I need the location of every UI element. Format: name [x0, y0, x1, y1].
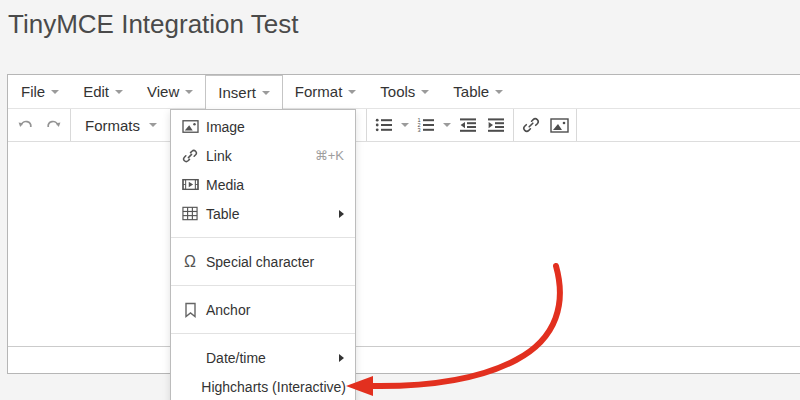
menu-item-label: Highcharts (Interactive) — [201, 379, 346, 395]
chevron-down-icon — [149, 123, 157, 127]
media-icon — [180, 177, 200, 192]
indent-icon — [487, 117, 505, 133]
formats-dropdown-label: Formats — [85, 117, 140, 134]
menu-item-media[interactable]: Media — [171, 170, 355, 199]
submenu-arrow-icon — [339, 354, 344, 362]
bullet-list-button[interactable] — [370, 112, 398, 138]
menu-separator — [171, 237, 355, 238]
menubar-item-insert[interactable]: Insert — [205, 75, 283, 109]
link-icon — [522, 116, 540, 134]
insert-dropdown-menu: Image Link ⌘+K Media — [170, 109, 356, 400]
menu-item-highcharts[interactable]: Highcharts (Interactive) — [171, 372, 355, 400]
menu-item-link[interactable]: Link ⌘+K — [171, 141, 355, 170]
menubar-item-tools[interactable]: Tools — [368, 75, 441, 108]
menubar-item-label: Tools — [380, 83, 415, 100]
redo-button[interactable] — [39, 112, 67, 138]
undo-icon — [17, 117, 34, 134]
menu-item-label: Date/time — [206, 350, 266, 366]
toolbar-group-history — [8, 109, 71, 141]
omega-icon: Ω — [180, 253, 200, 271]
menu-item-datetime[interactable]: Date/time — [171, 343, 355, 372]
menu-item-shortcut: ⌘+K — [315, 148, 346, 163]
menu-separator — [171, 333, 355, 334]
toolbar-group-lists: 123 — [367, 109, 514, 141]
menu-item-table[interactable]: Table — [171, 199, 355, 228]
menubar-item-file[interactable]: File — [9, 75, 71, 108]
table-icon — [180, 206, 200, 221]
chevron-down-icon — [115, 90, 123, 94]
menu-item-image[interactable]: Image — [171, 112, 355, 141]
menubar-item-edit[interactable]: Edit — [71, 75, 135, 108]
indent-button[interactable] — [482, 112, 510, 138]
toolbar-group-formats: Formats — [71, 109, 172, 141]
image-icon — [180, 119, 200, 134]
redo-icon — [45, 117, 62, 134]
menu-item-label: Media — [206, 177, 244, 193]
submenu-arrow-icon — [339, 210, 344, 218]
menu-item-label: Anchor — [206, 302, 250, 318]
svg-text:3: 3 — [417, 127, 420, 133]
numbered-list-icon: 123 — [417, 117, 435, 133]
toolbar: Formats 123 — [8, 109, 800, 142]
insert-link-button[interactable] — [517, 112, 545, 138]
toolbar-group-insert — [514, 109, 577, 141]
outdent-button[interactable] — [454, 112, 482, 138]
editor-content-area[interactable] — [8, 142, 800, 346]
undo-button[interactable] — [11, 112, 39, 138]
link-icon — [180, 148, 200, 164]
menubar-item-label: View — [147, 83, 179, 100]
chevron-down-icon — [421, 90, 429, 94]
chevron-down-icon — [185, 90, 193, 94]
menubar-item-label: Table — [453, 83, 489, 100]
bullet-list-caret-button[interactable] — [398, 112, 412, 138]
menubar-item-label: Edit — [83, 83, 109, 100]
page-title: TinyMCE Integration Test — [8, 9, 298, 40]
editor-statusbar — [8, 346, 800, 370]
menu-item-label: Image — [206, 119, 245, 135]
menubar-item-label: Insert — [218, 84, 256, 101]
anchor-icon — [180, 302, 200, 318]
menubar: File Edit View Insert Format Tools Table — [8, 75, 800, 109]
menubar-item-label: Format — [295, 83, 343, 100]
menu-separator — [171, 285, 355, 286]
chevron-down-icon — [495, 90, 503, 94]
chevron-down-icon — [348, 90, 356, 94]
chevron-down-icon — [443, 123, 451, 127]
numbered-list-caret-button[interactable] — [440, 112, 454, 138]
chevron-down-icon — [401, 123, 409, 127]
menubar-item-table[interactable]: Table — [441, 75, 515, 108]
bullet-list-icon — [375, 117, 393, 133]
menu-item-special-character[interactable]: Ω Special character — [171, 247, 355, 276]
menu-item-anchor[interactable]: Anchor — [171, 295, 355, 324]
image-icon — [550, 117, 569, 134]
menubar-item-view[interactable]: View — [135, 75, 205, 108]
chevron-down-icon — [262, 91, 270, 95]
formats-dropdown[interactable]: Formats — [74, 112, 168, 138]
menu-item-label: Table — [206, 206, 239, 222]
menubar-item-label: File — [21, 83, 45, 100]
menu-item-label: Link — [206, 148, 232, 164]
tinymce-editor: File Edit View Insert Format Tools Table — [7, 74, 800, 374]
insert-image-button[interactable] — [545, 112, 573, 138]
menubar-item-format[interactable]: Format — [283, 75, 369, 108]
outdent-icon — [459, 117, 477, 133]
numbered-list-button[interactable]: 123 — [412, 112, 440, 138]
chevron-down-icon — [51, 90, 59, 94]
menu-item-label: Special character — [206, 254, 314, 270]
